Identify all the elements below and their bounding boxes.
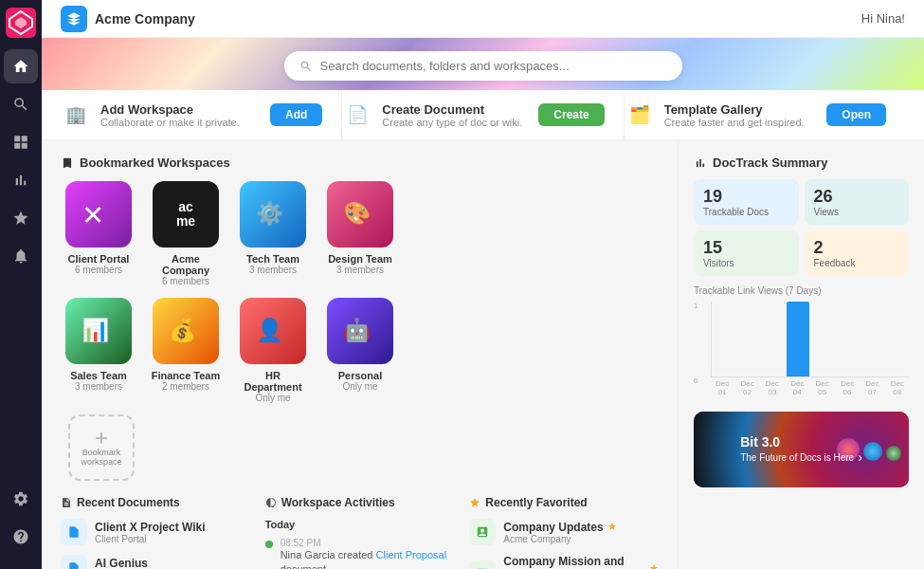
activity-text-0: Nina Garcia created Client Proposal docu… [281,548,455,569]
workspace-members-hr: Only me [255,393,290,403]
workspace-thumb-client-portal: ✕ [65,181,132,248]
workspace-card-sales-team[interactable]: 📊 Sales Team 3 members [61,298,136,403]
workspace-card-hr[interactable]: 👤 HR Department Only me [235,298,311,403]
app-logo [6,8,36,38]
add-workspace-icon-card: Bookmark workspace [68,414,135,481]
recent-docs-title: Recent Documents [77,496,180,509]
create-document-icon: 📄 [342,100,372,130]
sidebar-item-help[interactable] [4,520,38,554]
workspace-name-personal: Personal [338,370,382,381]
chart-bars-area [711,302,909,377]
template-gallery-title: Template Gallery [664,102,805,117]
fav-sub-company-updates: Acme Company [503,534,616,544]
recent-docs-icon [61,497,72,508]
stat-num-feedback: 2 [814,238,900,258]
workspace-grid: ✕ Client Portal 6 members acme Acme Comp… [61,181,659,403]
add-workspace-subtitle: Collaborate or make it private. [100,117,240,128]
open-template-button[interactable]: Open [826,103,886,126]
promo-title: Bit 3.0 [740,434,862,450]
stat-label-feedback: Feedback [814,258,900,268]
body-area: Bookmarked Workspaces ✕ Client Portal 6 … [42,140,924,569]
workspace-thumb-tech-team: ⚙️ [240,181,306,248]
fav-name-company-updates: Company Updates [503,521,603,534]
fav-star-1: ★ [649,562,659,570]
search-input[interactable] [320,59,667,73]
stat-card-feedback[interactable]: 2 Feedback [805,230,910,276]
quick-action-template-gallery: 🗂️ Template Gallery Create faster and ge… [625,90,905,139]
workspace-icon [61,6,87,32]
stat-card-trackable-docs[interactable]: 19 Trackable Docs [694,179,799,225]
fav-item-company-mission[interactable]: Company Mission and Visi... ★ Acme Compa… [469,555,659,569]
chart-bar-3 [787,302,809,376]
chart-label-3: Dec04 [786,379,808,396]
doc-item-ai-genius[interactable]: AI Genius Client Portal [61,555,250,569]
workspace-thumb-hr: 👤 [240,298,306,364]
svg-text:✕: ✕ [82,200,104,230]
search-bar[interactable] [284,51,682,81]
sidebar-item-workspaces[interactable] [4,125,38,159]
workspace-members-tech-team: 3 members [249,265,297,275]
workspace-members-finance-team: 2 members [162,381,209,392]
recent-documents-section: Recent Documents Client X Project Wiki C… [61,496,250,569]
header-left: Acme Company [61,6,195,32]
workspace-name: Acme Company [95,11,195,27]
doc-icon-ai-genius [61,555,87,569]
promo-content: Bit 3.0 The Future of Docs is Here › [729,427,874,472]
bookmarked-workspaces-section: Bookmarked Workspaces [61,156,659,170]
sidebar-item-notifications[interactable] [4,239,38,273]
recently-favorited-section: Recently Favorited Company Updates ★ Acm… [469,496,659,569]
activity-date-today: Today [265,519,455,530]
workspace-members-design-team: 3 members [336,265,384,275]
sidebar-item-settings[interactable] [4,482,38,516]
lower-grid: Recent Documents Client X Project Wiki C… [61,496,659,569]
template-gallery-subtitle: Create faster and get inspired. [664,117,805,128]
stat-num-views: 26 [814,187,900,207]
quick-action-add-workspace: 🏢 Add Workspace Collaborate or make it p… [61,90,342,139]
hero-section [42,38,924,90]
add-workspace-button[interactable]: Add [270,103,322,126]
stat-label-trackable-docs: Trackable Docs [703,207,789,217]
add-bookmark-workspace-button[interactable]: Bookmark workspace [68,414,142,481]
chart-y-max: 1 [694,302,698,310]
svg-text:👤: 👤 [256,317,284,343]
activities-title: Workspace Activities [281,496,395,509]
activities-icon [265,497,277,508]
promo-card[interactable]: Bit 3.0 The Future of Docs is Here › [694,412,909,487]
doc-item-client-wiki[interactable]: Client X Project Wiki Client Portal [61,519,250,545]
template-gallery-icon: 🗂️ [625,100,655,130]
sidebar [0,0,42,569]
workspace-card-design-team[interactable]: 🎨 Design Team 3 members [322,181,398,286]
fav-icon-company-mission [469,560,496,570]
sidebar-item-home[interactable] [4,49,38,83]
stat-card-visitors[interactable]: 15 Visitors [694,230,799,276]
chart-label-5: Dec06 [836,379,859,396]
workspace-card-tech-team[interactable]: ⚙️ Tech Team 3 members [235,181,311,286]
workspace-members-sales-team: 3 members [75,381,122,392]
doctrack-title: DocTrack Summary [694,156,909,170]
chart-label-4: Dec05 [811,379,834,396]
workspace-name-design-team: Design Team [328,253,392,265]
svg-text:🤖: 🤖 [343,317,371,343]
add-workspace-label: Bookmark workspace [70,448,133,467]
header-greeting: Hi Nina! [861,11,905,26]
stat-card-views[interactable]: 26 Views [805,179,910,225]
workspace-thumb-acme: acme [153,181,219,248]
sidebar-item-search[interactable] [4,87,38,121]
create-document-button[interactable]: Create [538,103,604,126]
sidebar-item-analytics[interactable] [4,163,38,197]
workspace-thumb-finance-team: 💰 [153,298,219,364]
workspace-card-finance-team[interactable]: 💰 Finance Team 2 members [148,298,224,403]
workspace-card-personal[interactable]: 🤖 Personal Only me [322,298,398,403]
sidebar-item-favorites[interactable] [4,201,38,235]
workspace-card-acme[interactable]: acme Acme Company 6 members [148,181,224,286]
workspace-card-client-portal[interactable]: ✕ Client Portal 6 members [61,181,136,286]
right-panel: DocTrack Summary 19 Trackable Docs 26 Vi… [678,140,924,569]
fav-item-company-updates[interactable]: Company Updates ★ Acme Company [469,519,659,545]
fav-star-0: ★ [607,521,617,533]
favorited-star-icon [469,497,480,508]
chart-label-6: Dec07 [861,379,883,396]
activity-link-0[interactable]: Client Proposal [376,549,447,560]
bookmarked-workspaces-title: Bookmarked Workspaces [80,156,230,170]
activity-time-0: 08:52 PM [281,538,455,548]
quick-action-create-document: 📄 Create Document Create any type of doc… [342,90,624,139]
